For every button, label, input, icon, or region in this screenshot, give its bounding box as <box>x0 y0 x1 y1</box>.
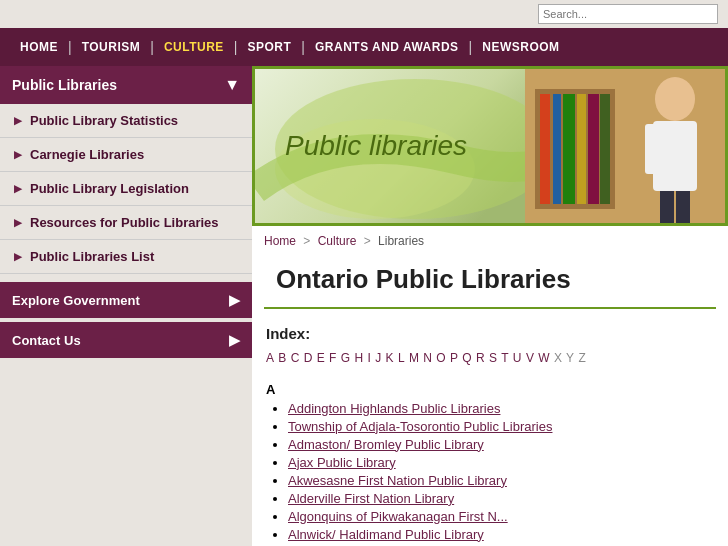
banner-title: Public libraries <box>285 130 467 162</box>
banner-image-svg <box>525 69 725 226</box>
alpha-B[interactable]: B <box>278 351 286 365</box>
sidebar-explore-govt[interactable]: Explore Government ▶ <box>0 282 252 318</box>
alpha-D[interactable]: D <box>304 351 313 365</box>
list-item: Alnwick/ Haldimand Public Library <box>288 527 714 542</box>
list-item: Alderville First Nation Library <box>288 491 714 506</box>
svg-rect-14 <box>660 191 674 226</box>
alpha-Y-inactive: Y <box>566 351 574 365</box>
breadcrumb-sep-1: > <box>303 234 313 248</box>
bullet-icon-4: ▶ <box>14 217 22 228</box>
nav-sport[interactable]: SPORT <box>237 40 301 54</box>
sidebar-item-label-list: Public Libraries List <box>30 249 154 264</box>
search-bar-area <box>0 0 728 28</box>
sidebar-item-resources[interactable]: ▶ Resources for Public Libraries <box>0 206 252 240</box>
library-link-4[interactable]: Ajax Public Library <box>288 455 396 470</box>
list-item: Admaston/ Bromley Public Library <box>288 437 714 452</box>
library-list: Addington Highlands Public Libraries Tow… <box>266 401 714 542</box>
alpha-X-inactive: X <box>554 351 562 365</box>
list-item: Algonquins of Pikwakanagan First N... <box>288 509 714 524</box>
library-link-6[interactable]: Alderville First Nation Library <box>288 491 454 506</box>
alpha-E[interactable]: E <box>317 351 325 365</box>
breadcrumb-sep-2: > <box>364 234 374 248</box>
banner: Public libraries <box>252 66 728 226</box>
sidebar: Public Libraries ▼ ▶ Public Library Stat… <box>0 66 252 546</box>
svg-rect-4 <box>540 94 550 204</box>
sidebar-header[interactable]: Public Libraries ▼ <box>0 66 252 104</box>
alpha-H[interactable]: H <box>354 351 363 365</box>
library-link-1[interactable]: Addington Highlands Public Libraries <box>288 401 500 416</box>
library-link-3[interactable]: Admaston/ Bromley Public Library <box>288 437 484 452</box>
library-link-8[interactable]: Alnwick/ Haldimand Public Library <box>288 527 484 542</box>
sidebar-item-carnegie[interactable]: ▶ Carnegie Libraries <box>0 138 252 172</box>
nav-tourism[interactable]: TOURISM <box>72 40 151 54</box>
breadcrumb-current: Libraries <box>378 234 424 248</box>
search-input[interactable] <box>538 4 718 24</box>
breadcrumb-culture[interactable]: Culture <box>318 234 357 248</box>
alpha-P[interactable]: P <box>450 351 458 365</box>
alpha-I[interactable]: I <box>368 351 371 365</box>
bullet-icon-3: ▶ <box>14 183 22 194</box>
sidebar-contact-us[interactable]: Contact Us ▶ <box>0 322 252 358</box>
alpha-O[interactable]: O <box>436 351 445 365</box>
alpha-F[interactable]: F <box>329 351 336 365</box>
list-item: Addington Highlands Public Libraries <box>288 401 714 416</box>
library-link-7[interactable]: Algonquins of Pikwakanagan First N... <box>288 509 508 524</box>
svg-rect-8 <box>588 94 599 204</box>
alpha-V[interactable]: V <box>526 351 534 365</box>
alphabet-nav: A B C D E F G H I J K L M N O P Q R S T <box>266 348 714 370</box>
banner-image <box>525 69 725 226</box>
library-link-5[interactable]: Akwesasne First Nation Public Library <box>288 473 507 488</box>
section-letter-a: A <box>266 382 714 397</box>
svg-rect-5 <box>553 94 561 204</box>
sidebar-item-list[interactable]: ▶ Public Libraries List <box>0 240 252 274</box>
alpha-R[interactable]: R <box>476 351 485 365</box>
svg-rect-7 <box>577 94 586 204</box>
sidebar-item-label-statistics: Public Library Statistics <box>30 113 178 128</box>
content-area: Index: A B C D E F G H I J K L M N O P Q… <box>252 317 728 546</box>
sidebar-item-label-carnegie: Carnegie Libraries <box>30 147 144 162</box>
svg-rect-13 <box>682 124 697 174</box>
alpha-L[interactable]: L <box>398 351 405 365</box>
library-link-2[interactable]: Township of Adjala-Tosorontio Public Lib… <box>288 419 552 434</box>
top-nav: HOME | TOURISM | CULTURE | SPORT | GRANT… <box>0 28 728 66</box>
nav-newsroom[interactable]: NEWSROOM <box>472 40 569 54</box>
alpha-Q[interactable]: Q <box>462 351 471 365</box>
sidebar-contact-icon: ▶ <box>229 332 240 348</box>
alpha-U[interactable]: U <box>513 351 522 365</box>
breadcrumb: Home > Culture > Libraries <box>252 226 728 256</box>
svg-point-10 <box>655 77 695 121</box>
nav-home[interactable]: HOME <box>10 40 68 54</box>
sidebar-item-label-legislation: Public Library Legislation <box>30 181 189 196</box>
sidebar-toggle-icon: ▼ <box>224 76 240 94</box>
bullet-icon-2: ▶ <box>14 149 22 160</box>
page-layout: Public Libraries ▼ ▶ Public Library Stat… <box>0 66 728 546</box>
list-item: Ajax Public Library <box>288 455 714 470</box>
sidebar-explore-icon: ▶ <box>229 292 240 308</box>
list-item: Township of Adjala-Tosorontio Public Lib… <box>288 419 714 434</box>
svg-rect-12 <box>645 124 660 174</box>
alpha-J[interactable]: J <box>375 351 381 365</box>
main-content: Public libraries <box>252 66 728 546</box>
svg-rect-15 <box>676 191 690 226</box>
alpha-S[interactable]: S <box>489 351 497 365</box>
alpha-A[interactable]: A <box>266 351 274 365</box>
bullet-icon-1: ▶ <box>14 115 22 126</box>
alpha-Z-inactive: Z <box>578 351 585 365</box>
page-title: Ontario Public Libraries <box>264 256 716 309</box>
alpha-M[interactable]: M <box>409 351 419 365</box>
sidebar-item-statistics[interactable]: ▶ Public Library Statistics <box>0 104 252 138</box>
alpha-K[interactable]: K <box>386 351 394 365</box>
svg-rect-9 <box>600 94 610 204</box>
alpha-T[interactable]: T <box>501 351 508 365</box>
bullet-icon-5: ▶ <box>14 251 22 262</box>
nav-culture[interactable]: CULTURE <box>154 40 234 54</box>
list-item: Akwesasne First Nation Public Library <box>288 473 714 488</box>
alpha-C[interactable]: C <box>291 351 300 365</box>
breadcrumb-home[interactable]: Home <box>264 234 296 248</box>
sidebar-item-legislation[interactable]: ▶ Public Library Legislation <box>0 172 252 206</box>
nav-grants[interactable]: GRANTS AND AWARDS <box>305 40 469 54</box>
alpha-G[interactable]: G <box>341 351 350 365</box>
alpha-N[interactable]: N <box>423 351 432 365</box>
alpha-W[interactable]: W <box>538 351 549 365</box>
sidebar-explore-label: Explore Government <box>12 293 140 308</box>
